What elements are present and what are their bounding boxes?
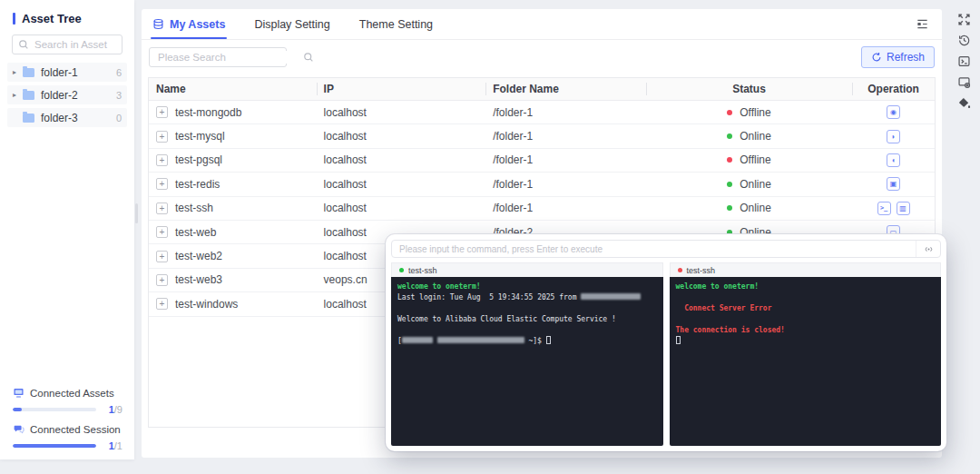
sidebar: Asset Tree ▸folder-16▸folder-23folder-30… — [0, 0, 134, 459]
telnet-icon[interactable]: ▥ — [897, 202, 910, 215]
search-icon — [18, 39, 29, 50]
fullscreen-icon[interactable] — [957, 13, 972, 25]
tab-my-assets[interactable]: My Assets — [151, 9, 227, 39]
stat-value: 1/1 — [103, 440, 122, 451]
ip-cell: localhost — [317, 197, 486, 220]
tab-display-setting[interactable]: Display Setting — [252, 9, 331, 39]
postgresql-icon[interactable]: ◖ — [887, 153, 900, 167]
ssh-icon[interactable]: >_ — [877, 202, 891, 215]
sidebar-resize-handle[interactable] — [135, 203, 138, 223]
connected-assets-icon — [13, 387, 24, 399]
status-text: Offline — [740, 153, 770, 166]
tree-node-count: 6 — [116, 67, 122, 78]
terminal-text: Connect Server Error — [676, 304, 772, 312]
tree-node-label: folder-3 — [41, 112, 116, 124]
expand-row-icon[interactable]: + — [156, 154, 168, 166]
tree-node-folder-2[interactable]: ▸folder-23 — [7, 85, 127, 104]
asset-search-input[interactable] — [33, 38, 116, 51]
asset-name: test-mongodb — [175, 106, 241, 119]
caret-right-icon[interactable]: ▸ — [13, 68, 23, 76]
expand-row-icon[interactable]: + — [156, 131, 168, 143]
table-row[interactable]: +test-sshlocalhost/folder-1Online>_▥ — [149, 197, 935, 221]
terminal-status-dot — [399, 268, 404, 272]
terminal-line: Last login: Tue Aug 5 19:34:55 2025 from — [397, 292, 657, 303]
mysql-icon[interactable]: ◗ — [887, 130, 900, 143]
progress-fill — [13, 408, 22, 411]
ip-cell: localhost — [317, 173, 486, 195]
title-accent-bar — [13, 13, 15, 25]
tab-label: Theme Setting — [359, 18, 433, 31]
tree-node-folder-3[interactable]: folder-30 — [7, 108, 127, 127]
terminal-tab-label: test-ssh — [687, 266, 716, 275]
terminal-pane: test-sshwelcome to oneterm! Connect Serv… — [670, 262, 942, 446]
expand-row-icon[interactable]: + — [156, 274, 168, 286]
expand-row-icon[interactable]: + — [156, 178, 168, 190]
side-toolbar — [948, 0, 980, 459]
my-assets-icon — [152, 18, 164, 30]
mongodb-icon[interactable]: ◉ — [887, 105, 900, 119]
status-text: Online — [740, 178, 771, 191]
expand-row-icon[interactable]: + — [156, 298, 168, 310]
table-row[interactable]: +test-mysqllocalhost/folder-1Online◗ — [149, 124, 935, 148]
name-cell: +test-windows — [149, 292, 317, 315]
status-dot — [727, 110, 732, 115]
folder-cell: /folder-1 — [485, 149, 646, 172]
asset-search-box[interactable] — [12, 35, 122, 54]
tab-theme-setting[interactable]: Theme Setting — [358, 9, 435, 39]
expand-row-icon[interactable]: + — [156, 251, 168, 262]
table-search-input[interactable] — [156, 51, 299, 64]
terminal-tab[interactable]: test-ssh — [678, 266, 716, 275]
stat-progress: 1/9 — [13, 404, 122, 415]
progress-fill — [13, 444, 96, 448]
terminal-text — [433, 337, 437, 345]
quick-terminal-icon[interactable] — [957, 54, 972, 67]
redacted-text — [437, 337, 524, 343]
terminal-tab[interactable]: test-ssh — [399, 266, 437, 275]
table-row[interactable]: +test-mongodblocalhost/folder-1Offline◉ — [149, 101, 935, 124]
progress-track — [13, 444, 96, 448]
table-search-box[interactable] — [149, 47, 287, 67]
stat-label-text: Connected Assets — [30, 388, 114, 399]
command-bar — [391, 240, 941, 258]
command-input[interactable] — [392, 244, 916, 254]
terminal-screen[interactable]: welcome to oneterm! Connect Server Error… — [670, 277, 942, 446]
name-cell: +test-pgsql — [149, 149, 317, 172]
stat-label-text: Connected Session — [30, 424, 121, 435]
status-dot — [727, 205, 732, 211]
status-text: Online — [740, 130, 771, 143]
stat-progress: 1/1 — [13, 440, 122, 451]
terminal-line: Connect Server Error — [676, 303, 936, 314]
terminal-panes: test-sshwelcome to oneterm!Last login: T… — [391, 262, 941, 446]
terminal-line: Welcome to Alibaba Cloud Elastic Compute… — [397, 314, 657, 325]
theme-icon[interactable] — [957, 96, 972, 109]
terminal-text: The connection is closed! — [676, 326, 785, 334]
folder-cell: /folder-1 — [485, 173, 646, 195]
table-row[interactable]: +test-pgsqllocalhost/folder-1Offline◖ — [149, 149, 935, 173]
asset-name: test-pgsql — [175, 153, 222, 166]
menu-unfold-icon[interactable] — [916, 17, 929, 31]
history-icon[interactable] — [957, 34, 972, 46]
table-row[interactable]: +test-redislocalhost/folder-1Online▣ — [149, 173, 935, 196]
redis-icon[interactable]: ▣ — [887, 177, 900, 191]
search-icon — [303, 52, 314, 63]
operation-cell: ◗ — [852, 124, 935, 147]
caret-right-icon[interactable]: ▸ — [13, 91, 23, 99]
stat-label: Connected Assets — [13, 387, 122, 399]
name-cell: +test-web — [149, 221, 317, 243]
batch-execute-icon[interactable] — [916, 241, 940, 257]
expand-row-icon[interactable]: + — [156, 106, 168, 118]
name-cell: +test-mysql — [149, 124, 317, 147]
terminal-pane: test-sshwelcome to oneterm!Last login: T… — [391, 262, 663, 446]
terminal-text: Welcome to Alibaba Cloud Elastic Compute… — [397, 315, 616, 323]
tree-node-count: 0 — [116, 113, 122, 123]
connected-session-icon — [13, 423, 24, 435]
terminal-screen[interactable]: welcome to oneterm!Last login: Tue Aug 5… — [391, 277, 663, 446]
tree-node-folder-1[interactable]: ▸folder-16 — [7, 63, 127, 82]
display-setting-icon[interactable] — [957, 75, 972, 88]
redacted-text — [581, 293, 641, 300]
expand-row-icon[interactable]: + — [156, 202, 168, 214]
folder-icon — [23, 91, 34, 100]
expand-row-icon[interactable]: + — [156, 226, 168, 238]
tree-node-count: 3 — [116, 90, 122, 101]
refresh-button[interactable]: Refresh — [861, 46, 935, 68]
